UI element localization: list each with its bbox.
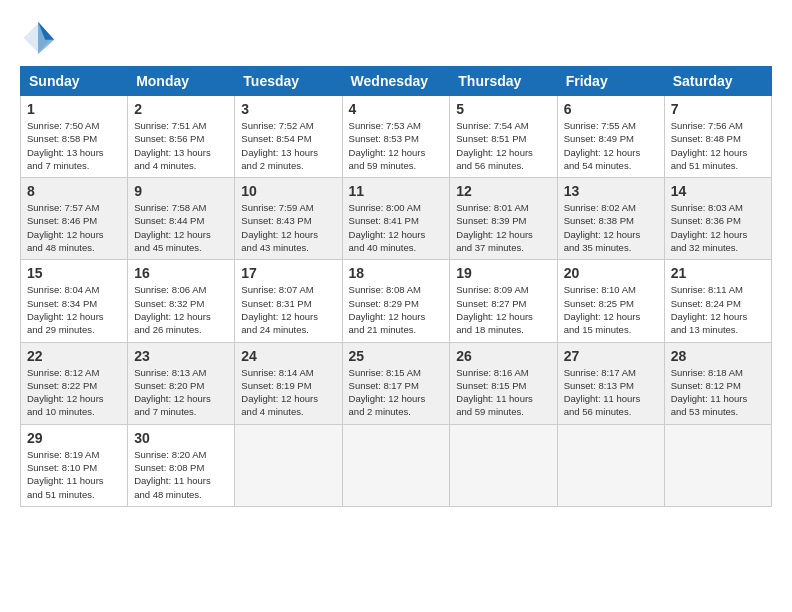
day-info: Sunrise: 7:58 AM Sunset: 8:44 PM Dayligh… bbox=[134, 201, 228, 254]
calendar-cell: 15Sunrise: 8:04 AM Sunset: 8:34 PM Dayli… bbox=[21, 260, 128, 342]
calendar-cell: 29Sunrise: 8:19 AM Sunset: 8:10 PM Dayli… bbox=[21, 424, 128, 506]
calendar-cell: 1Sunrise: 7:50 AM Sunset: 8:58 PM Daylig… bbox=[21, 96, 128, 178]
day-info: Sunrise: 8:16 AM Sunset: 8:15 PM Dayligh… bbox=[456, 366, 550, 419]
day-number: 3 bbox=[241, 101, 335, 117]
day-number: 1 bbox=[27, 101, 121, 117]
day-info: Sunrise: 7:53 AM Sunset: 8:53 PM Dayligh… bbox=[349, 119, 444, 172]
calendar-cell: 9Sunrise: 7:58 AM Sunset: 8:44 PM Daylig… bbox=[128, 178, 235, 260]
calendar-cell: 19Sunrise: 8:09 AM Sunset: 8:27 PM Dayli… bbox=[450, 260, 557, 342]
day-info: Sunrise: 7:52 AM Sunset: 8:54 PM Dayligh… bbox=[241, 119, 335, 172]
calendar-week-5: 29Sunrise: 8:19 AM Sunset: 8:10 PM Dayli… bbox=[21, 424, 772, 506]
calendar-week-3: 15Sunrise: 8:04 AM Sunset: 8:34 PM Dayli… bbox=[21, 260, 772, 342]
day-info: Sunrise: 8:10 AM Sunset: 8:25 PM Dayligh… bbox=[564, 283, 658, 336]
calendar-week-2: 8Sunrise: 7:57 AM Sunset: 8:46 PM Daylig… bbox=[21, 178, 772, 260]
day-number: 23 bbox=[134, 348, 228, 364]
header-wednesday: Wednesday bbox=[342, 67, 450, 96]
calendar-cell: 25Sunrise: 8:15 AM Sunset: 8:17 PM Dayli… bbox=[342, 342, 450, 424]
day-number: 30 bbox=[134, 430, 228, 446]
calendar-table: SundayMondayTuesdayWednesdayThursdayFrid… bbox=[20, 66, 772, 507]
logo-icon bbox=[20, 20, 56, 56]
day-info: Sunrise: 7:51 AM Sunset: 8:56 PM Dayligh… bbox=[134, 119, 228, 172]
calendar-cell: 16Sunrise: 8:06 AM Sunset: 8:32 PM Dayli… bbox=[128, 260, 235, 342]
calendar-cell: 2Sunrise: 7:51 AM Sunset: 8:56 PM Daylig… bbox=[128, 96, 235, 178]
day-number: 26 bbox=[456, 348, 550, 364]
day-number: 10 bbox=[241, 183, 335, 199]
day-info: Sunrise: 7:50 AM Sunset: 8:58 PM Dayligh… bbox=[27, 119, 121, 172]
calendar-cell bbox=[557, 424, 664, 506]
calendar-cell: 3Sunrise: 7:52 AM Sunset: 8:54 PM Daylig… bbox=[235, 96, 342, 178]
calendar-cell: 11Sunrise: 8:00 AM Sunset: 8:41 PM Dayli… bbox=[342, 178, 450, 260]
day-number: 16 bbox=[134, 265, 228, 281]
day-info: Sunrise: 8:20 AM Sunset: 8:08 PM Dayligh… bbox=[134, 448, 228, 501]
day-info: Sunrise: 8:15 AM Sunset: 8:17 PM Dayligh… bbox=[349, 366, 444, 419]
day-number: 24 bbox=[241, 348, 335, 364]
day-info: Sunrise: 8:19 AM Sunset: 8:10 PM Dayligh… bbox=[27, 448, 121, 501]
day-info: Sunrise: 8:04 AM Sunset: 8:34 PM Dayligh… bbox=[27, 283, 121, 336]
calendar-header-row: SundayMondayTuesdayWednesdayThursdayFrid… bbox=[21, 67, 772, 96]
day-number: 2 bbox=[134, 101, 228, 117]
day-number: 9 bbox=[134, 183, 228, 199]
day-number: 6 bbox=[564, 101, 658, 117]
page-header bbox=[20, 20, 772, 56]
calendar-cell: 27Sunrise: 8:17 AM Sunset: 8:13 PM Dayli… bbox=[557, 342, 664, 424]
day-number: 22 bbox=[27, 348, 121, 364]
day-number: 27 bbox=[564, 348, 658, 364]
day-number: 17 bbox=[241, 265, 335, 281]
header-friday: Friday bbox=[557, 67, 664, 96]
day-info: Sunrise: 8:12 AM Sunset: 8:22 PM Dayligh… bbox=[27, 366, 121, 419]
day-number: 5 bbox=[456, 101, 550, 117]
calendar-week-1: 1Sunrise: 7:50 AM Sunset: 8:58 PM Daylig… bbox=[21, 96, 772, 178]
day-info: Sunrise: 7:56 AM Sunset: 8:48 PM Dayligh… bbox=[671, 119, 765, 172]
header-saturday: Saturday bbox=[664, 67, 771, 96]
day-number: 12 bbox=[456, 183, 550, 199]
day-info: Sunrise: 8:08 AM Sunset: 8:29 PM Dayligh… bbox=[349, 283, 444, 336]
day-info: Sunrise: 8:06 AM Sunset: 8:32 PM Dayligh… bbox=[134, 283, 228, 336]
day-info: Sunrise: 8:00 AM Sunset: 8:41 PM Dayligh… bbox=[349, 201, 444, 254]
day-number: 4 bbox=[349, 101, 444, 117]
calendar-cell: 6Sunrise: 7:55 AM Sunset: 8:49 PM Daylig… bbox=[557, 96, 664, 178]
calendar-cell: 21Sunrise: 8:11 AM Sunset: 8:24 PM Dayli… bbox=[664, 260, 771, 342]
day-info: Sunrise: 8:09 AM Sunset: 8:27 PM Dayligh… bbox=[456, 283, 550, 336]
day-number: 8 bbox=[27, 183, 121, 199]
calendar-cell: 4Sunrise: 7:53 AM Sunset: 8:53 PM Daylig… bbox=[342, 96, 450, 178]
calendar-cell: 18Sunrise: 8:08 AM Sunset: 8:29 PM Dayli… bbox=[342, 260, 450, 342]
day-info: Sunrise: 8:03 AM Sunset: 8:36 PM Dayligh… bbox=[671, 201, 765, 254]
day-number: 29 bbox=[27, 430, 121, 446]
day-number: 20 bbox=[564, 265, 658, 281]
day-info: Sunrise: 8:02 AM Sunset: 8:38 PM Dayligh… bbox=[564, 201, 658, 254]
day-info: Sunrise: 8:01 AM Sunset: 8:39 PM Dayligh… bbox=[456, 201, 550, 254]
logo bbox=[20, 20, 60, 56]
day-number: 11 bbox=[349, 183, 444, 199]
day-info: Sunrise: 8:11 AM Sunset: 8:24 PM Dayligh… bbox=[671, 283, 765, 336]
header-tuesday: Tuesday bbox=[235, 67, 342, 96]
calendar-cell: 30Sunrise: 8:20 AM Sunset: 8:08 PM Dayli… bbox=[128, 424, 235, 506]
day-info: Sunrise: 8:17 AM Sunset: 8:13 PM Dayligh… bbox=[564, 366, 658, 419]
day-info: Sunrise: 7:54 AM Sunset: 8:51 PM Dayligh… bbox=[456, 119, 550, 172]
day-number: 18 bbox=[349, 265, 444, 281]
header-sunday: Sunday bbox=[21, 67, 128, 96]
calendar-cell bbox=[235, 424, 342, 506]
calendar-cell: 22Sunrise: 8:12 AM Sunset: 8:22 PM Dayli… bbox=[21, 342, 128, 424]
day-number: 7 bbox=[671, 101, 765, 117]
header-thursday: Thursday bbox=[450, 67, 557, 96]
calendar-cell: 14Sunrise: 8:03 AM Sunset: 8:36 PM Dayli… bbox=[664, 178, 771, 260]
calendar-cell bbox=[450, 424, 557, 506]
calendar-cell: 8Sunrise: 7:57 AM Sunset: 8:46 PM Daylig… bbox=[21, 178, 128, 260]
calendar-cell: 12Sunrise: 8:01 AM Sunset: 8:39 PM Dayli… bbox=[450, 178, 557, 260]
calendar-cell: 13Sunrise: 8:02 AM Sunset: 8:38 PM Dayli… bbox=[557, 178, 664, 260]
day-number: 21 bbox=[671, 265, 765, 281]
calendar-week-4: 22Sunrise: 8:12 AM Sunset: 8:22 PM Dayli… bbox=[21, 342, 772, 424]
calendar-cell: 20Sunrise: 8:10 AM Sunset: 8:25 PM Dayli… bbox=[557, 260, 664, 342]
calendar-cell: 26Sunrise: 8:16 AM Sunset: 8:15 PM Dayli… bbox=[450, 342, 557, 424]
header-monday: Monday bbox=[128, 67, 235, 96]
calendar-cell: 24Sunrise: 8:14 AM Sunset: 8:19 PM Dayli… bbox=[235, 342, 342, 424]
day-number: 28 bbox=[671, 348, 765, 364]
calendar-cell bbox=[664, 424, 771, 506]
day-number: 19 bbox=[456, 265, 550, 281]
calendar-cell bbox=[342, 424, 450, 506]
day-info: Sunrise: 8:07 AM Sunset: 8:31 PM Dayligh… bbox=[241, 283, 335, 336]
day-info: Sunrise: 7:59 AM Sunset: 8:43 PM Dayligh… bbox=[241, 201, 335, 254]
day-number: 25 bbox=[349, 348, 444, 364]
calendar-cell: 10Sunrise: 7:59 AM Sunset: 8:43 PM Dayli… bbox=[235, 178, 342, 260]
day-info: Sunrise: 7:55 AM Sunset: 8:49 PM Dayligh… bbox=[564, 119, 658, 172]
